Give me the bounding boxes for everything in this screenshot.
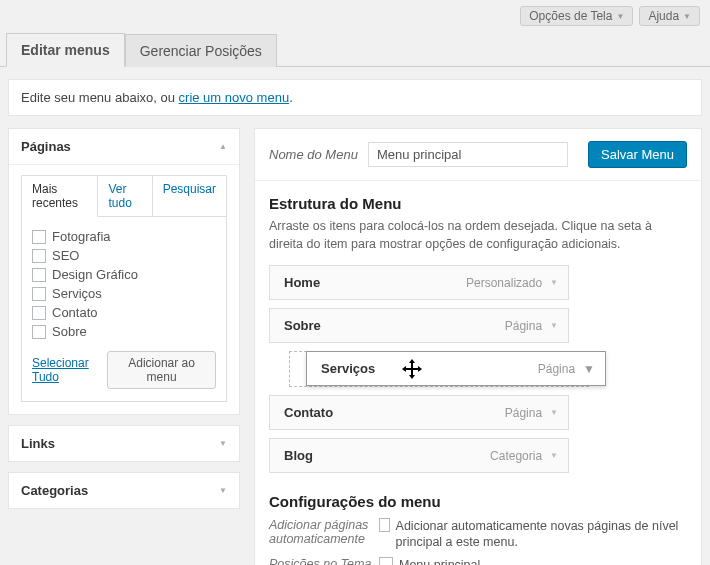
- menu-item-label: Blog: [284, 448, 313, 463]
- add-to-menu-button[interactable]: Adicionar ao menu: [107, 351, 216, 389]
- menu-name-label: Nome do Menu: [269, 147, 358, 162]
- menu-item-type: Página: [505, 406, 542, 420]
- metabox-pages-toggle[interactable]: Páginas ▲: [9, 129, 239, 165]
- auto-add-checkbox[interactable]: [379, 518, 390, 532]
- chevron-down-icon[interactable]: ▼: [550, 451, 558, 460]
- checkbox[interactable]: [32, 268, 46, 282]
- chevron-up-icon: ▲: [219, 142, 227, 151]
- pages-inner-tabs: Mais recentes Ver tudo Pesquisar: [21, 175, 227, 217]
- chevron-down-icon[interactable]: ▼: [583, 362, 595, 376]
- structure-desc: Arraste os itens para colocá-los na orde…: [269, 218, 687, 253]
- notice-bar: Edite seu menu abaixo, ou crie um novo m…: [8, 79, 702, 116]
- menu-item-drop-slot[interactable]: Serviços Página▼: [289, 351, 589, 387]
- tab-edit-menus[interactable]: Editar menus: [6, 33, 125, 67]
- page-item: Design Gráfico: [32, 265, 216, 284]
- chevron-down-icon[interactable]: ▼: [550, 278, 558, 287]
- settings-title: Configurações do menu: [269, 493, 687, 510]
- theme-location-text: Menu principal: [399, 557, 480, 566]
- page-item: Contato: [32, 303, 216, 322]
- save-menu-button-top[interactable]: Salvar Menu: [588, 141, 687, 168]
- metabox-pages-title: Páginas: [21, 139, 71, 154]
- menu-item-type: Personalizado: [466, 276, 542, 290]
- help-label: Ajuda: [648, 9, 679, 23]
- menu-item-type: Página: [538, 362, 575, 376]
- svg-marker-1: [409, 375, 415, 379]
- menu-item-label: Serviços: [321, 361, 375, 376]
- pages-tab-search[interactable]: Pesquisar: [153, 176, 226, 217]
- checkbox[interactable]: [32, 287, 46, 301]
- chevron-down-icon[interactable]: ▼: [550, 321, 558, 330]
- menu-item[interactable]: Sobre Página▼: [269, 308, 569, 343]
- chevron-down-icon: ▼: [616, 12, 624, 21]
- menu-item[interactable]: Home Personalizado▼: [269, 265, 569, 300]
- theme-location-checkbox[interactable]: [379, 557, 393, 566]
- checkbox[interactable]: [32, 325, 46, 339]
- menu-name-input[interactable]: [368, 142, 568, 167]
- auto-add-label: Adicionar páginas automaticamente: [269, 518, 379, 546]
- metabox-links-toggle[interactable]: Links ▼: [9, 426, 239, 461]
- metabox-categories-toggle[interactable]: Categorias ▼: [9, 473, 239, 508]
- page-item: Fotografia: [32, 227, 216, 246]
- menu-item-type: Página: [505, 319, 542, 333]
- pages-tab-all[interactable]: Ver tudo: [98, 176, 152, 217]
- pages-tab-recent[interactable]: Mais recentes: [22, 176, 98, 217]
- checkbox[interactable]: [32, 249, 46, 263]
- menu-item[interactable]: Contato Página▼: [269, 395, 569, 430]
- create-menu-link[interactable]: crie um novo menu: [179, 90, 290, 105]
- chevron-down-icon[interactable]: ▼: [550, 408, 558, 417]
- menu-item-label: Contato: [284, 405, 333, 420]
- chevron-down-icon: ▼: [683, 12, 691, 21]
- menu-item-dragging[interactable]: Serviços Página▼: [306, 351, 606, 386]
- notice-text: Edite seu menu abaixo, ou: [21, 90, 179, 105]
- metabox-links-title: Links: [21, 436, 55, 451]
- chevron-down-icon: ▼: [219, 439, 227, 448]
- svg-rect-5: [405, 368, 419, 370]
- page-item: SEO: [32, 246, 216, 265]
- tab-manage-locations[interactable]: Gerenciar Posições: [125, 34, 277, 67]
- checkbox[interactable]: [32, 230, 46, 244]
- metabox-pages: Páginas ▲ Mais recentes Ver tudo Pesquis…: [8, 128, 240, 415]
- screen-options-label: Opções de Tela: [529, 9, 612, 23]
- menu-item-label: Sobre: [284, 318, 321, 333]
- page-item: Sobre: [32, 322, 216, 341]
- auto-add-text: Adicionar automaticamente novas páginas …: [396, 518, 687, 551]
- menu-item-label: Home: [284, 275, 320, 290]
- svg-marker-0: [409, 359, 415, 363]
- chevron-down-icon: ▼: [219, 486, 227, 495]
- metabox-links: Links ▼: [8, 425, 240, 462]
- svg-rect-4: [411, 362, 413, 376]
- metabox-categories-title: Categorias: [21, 483, 88, 498]
- menu-item[interactable]: Blog Categoria▼: [269, 438, 569, 473]
- theme-location-label: Posições no Tema: [269, 557, 379, 566]
- screen-options-button[interactable]: Opções de Tela ▼: [520, 6, 633, 26]
- checkbox[interactable]: [32, 306, 46, 320]
- select-all-link[interactable]: Selecionar Tudo: [32, 356, 107, 384]
- menu-item-type: Categoria: [490, 449, 542, 463]
- metabox-categories: Categorias ▼: [8, 472, 240, 509]
- help-button[interactable]: Ajuda ▼: [639, 6, 700, 26]
- page-item: Serviços: [32, 284, 216, 303]
- structure-title: Estrutura do Menu: [269, 195, 687, 212]
- svg-marker-2: [402, 366, 406, 372]
- svg-marker-3: [418, 366, 422, 372]
- move-cursor-icon: [402, 359, 422, 379]
